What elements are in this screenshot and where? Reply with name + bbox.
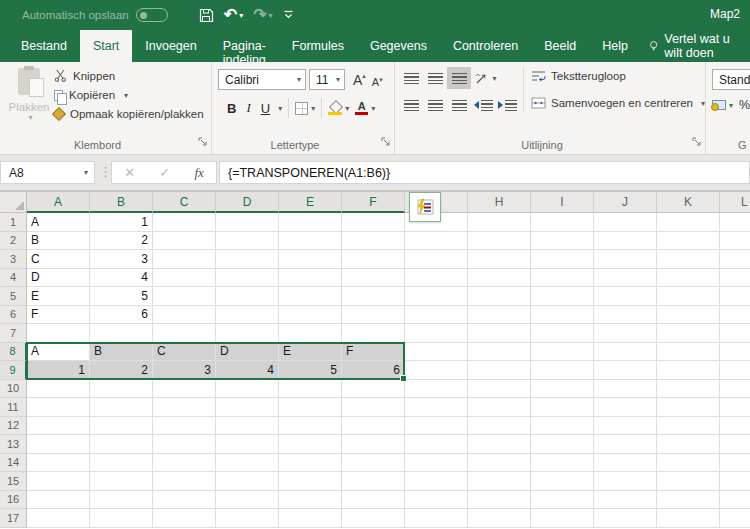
- redo-button[interactable]: ↷ ▾: [250, 5, 275, 25]
- cell-A13[interactable]: [27, 435, 90, 454]
- cancel-button[interactable]: ✕: [124, 165, 135, 180]
- cell-I12[interactable]: [531, 417, 594, 436]
- cell-I14[interactable]: [531, 454, 594, 473]
- cell-B8[interactable]: B: [90, 343, 153, 362]
- cell-H15[interactable]: [468, 472, 531, 491]
- cell-K5[interactable]: [657, 287, 720, 306]
- cell-D15[interactable]: [216, 472, 279, 491]
- cell-G15[interactable]: [405, 472, 468, 491]
- cell-A3[interactable]: C: [27, 250, 90, 269]
- cell-F5[interactable]: [342, 287, 405, 306]
- cell-F4[interactable]: [342, 269, 405, 288]
- cell-J6[interactable]: [594, 306, 657, 325]
- cell-H6[interactable]: [468, 306, 531, 325]
- cell-C1[interactable]: [153, 213, 216, 232]
- cell-I13[interactable]: [531, 435, 594, 454]
- cell-D12[interactable]: [216, 417, 279, 436]
- tell-me-box[interactable]: Vertel wat u wilt doen: [649, 30, 750, 62]
- cell-E16[interactable]: [279, 491, 342, 510]
- cell-F1[interactable]: [342, 213, 405, 232]
- cell-H11[interactable]: [468, 398, 531, 417]
- row-header-17[interactable]: 17: [0, 509, 27, 528]
- cell-J9[interactable]: [594, 361, 657, 380]
- cell-F3[interactable]: [342, 250, 405, 269]
- cut-button[interactable]: Knippen: [54, 69, 204, 82]
- cell-J16[interactable]: [594, 491, 657, 510]
- align-left-button[interactable]: [399, 94, 423, 116]
- cell-L1[interactable]: [720, 213, 750, 232]
- row-header-1[interactable]: 1: [0, 213, 27, 232]
- cell-B5[interactable]: 5: [90, 287, 153, 306]
- cell-G8[interactable]: [405, 343, 468, 362]
- cell-E7[interactable]: [279, 324, 342, 343]
- cell-E15[interactable]: [279, 472, 342, 491]
- cell-F16[interactable]: [342, 491, 405, 510]
- column-header-D[interactable]: D: [216, 192, 279, 213]
- cell-I15[interactable]: [531, 472, 594, 491]
- align-right-button[interactable]: [447, 94, 471, 116]
- column-header-J[interactable]: J: [594, 192, 657, 213]
- cell-J12[interactable]: [594, 417, 657, 436]
- cell-D10[interactable]: [216, 380, 279, 399]
- cell-E3[interactable]: [279, 250, 342, 269]
- cell-A15[interactable]: [27, 472, 90, 491]
- cell-A9[interactable]: 1: [27, 361, 90, 380]
- cell-D16[interactable]: [216, 491, 279, 510]
- underline-button[interactable]: U: [256, 99, 275, 118]
- cell-A1[interactable]: A: [27, 213, 90, 232]
- cell-C17[interactable]: [153, 509, 216, 528]
- cell-I4[interactable]: [531, 269, 594, 288]
- cell-B11[interactable]: [90, 398, 153, 417]
- percent-style-button[interactable]: %: [739, 98, 750, 112]
- cell-I11[interactable]: [531, 398, 594, 417]
- cell-A2[interactable]: B: [27, 232, 90, 251]
- cell-J5[interactable]: [594, 287, 657, 306]
- borders-icon[interactable]: [295, 102, 308, 115]
- cell-F2[interactable]: [342, 232, 405, 251]
- cell-K3[interactable]: [657, 250, 720, 269]
- cell-H14[interactable]: [468, 454, 531, 473]
- column-header-I[interactable]: I: [531, 192, 594, 213]
- cell-B14[interactable]: [90, 454, 153, 473]
- merge-center-button[interactable]: Samenvoegen en centreren ▾: [531, 97, 705, 109]
- cell-B12[interactable]: [90, 417, 153, 436]
- cell-C12[interactable]: [153, 417, 216, 436]
- increase-indent-button[interactable]: [495, 94, 519, 116]
- cell-G9[interactable]: [405, 361, 468, 380]
- row-header-6[interactable]: 6: [0, 306, 27, 325]
- cell-H8[interactable]: [468, 343, 531, 362]
- cell-E9[interactable]: 5: [279, 361, 342, 380]
- cell-G7[interactable]: [405, 324, 468, 343]
- cell-I6[interactable]: [531, 306, 594, 325]
- merge-center-caret-icon[interactable]: ▾: [701, 99, 705, 108]
- tab-help[interactable]: Help: [589, 30, 641, 62]
- cell-C9[interactable]: 3: [153, 361, 216, 380]
- font-color-icon[interactable]: A: [355, 101, 368, 115]
- cell-G17[interactable]: [405, 509, 468, 528]
- cell-D9[interactable]: 4: [216, 361, 279, 380]
- cell-B16[interactable]: [90, 491, 153, 510]
- cell-E6[interactable]: [279, 306, 342, 325]
- cell-A17[interactable]: [27, 509, 90, 528]
- cell-J8[interactable]: [594, 343, 657, 362]
- cell-D11[interactable]: [216, 398, 279, 417]
- paste-button[interactable]: Plakken ▾: [6, 66, 52, 142]
- cell-E5[interactable]: [279, 287, 342, 306]
- cell-L12[interactable]: [720, 417, 750, 436]
- column-header-C[interactable]: C: [153, 192, 216, 213]
- align-center-button[interactable]: [423, 94, 447, 116]
- cell-A4[interactable]: D: [27, 269, 90, 288]
- cell-G3[interactable]: [405, 250, 468, 269]
- cell-J17[interactable]: [594, 509, 657, 528]
- orientation-button[interactable]: ▾: [471, 67, 501, 89]
- cell-L11[interactable]: [720, 398, 750, 417]
- cell-A14[interactable]: [27, 454, 90, 473]
- cell-E11[interactable]: [279, 398, 342, 417]
- cell-L4[interactable]: [720, 269, 750, 288]
- cell-G13[interactable]: [405, 435, 468, 454]
- cell-H9[interactable]: [468, 361, 531, 380]
- cell-E8[interactable]: E: [279, 343, 342, 362]
- cell-C2[interactable]: [153, 232, 216, 251]
- cell-B4[interactable]: 4: [90, 269, 153, 288]
- cell-K9[interactable]: [657, 361, 720, 380]
